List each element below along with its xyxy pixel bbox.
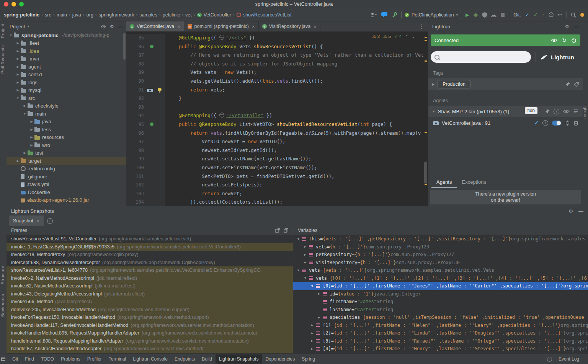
frame-row[interactable]: invoke:566, Method(java.lang.reflect) (7, 298, 293, 306)
editor-scroll-thumb[interactable] (424, 162, 427, 184)
statusbar-dependencies[interactable]: Dependencies (262, 354, 298, 364)
breadcrumb-item-showresourcesvetlist[interactable]: showResourcesVetList (243, 12, 291, 18)
chevron-right-icon[interactable]: ▶ (309, 347, 315, 351)
tree-item-checkstyle[interactable]: ▶checkstyle (7, 102, 126, 110)
visibility-eye-icon[interactable] (551, 38, 557, 42)
statusbar-build[interactable]: Build (198, 354, 216, 364)
line-number[interactable]: 94 (126, 111, 146, 120)
line-number[interactable]: 87 (126, 51, 146, 60)
info-icon[interactable]: i (47, 218, 53, 224)
update-available-icon[interactable] (580, 13, 584, 17)
goto-source-crosshair-icon[interactable] (565, 121, 570, 126)
close-tab-icon[interactable]: × (252, 24, 255, 29)
variable-row[interactable]: ▶[3] = {id : '[...]' ,firstName : '"Rafa… (293, 337, 588, 345)
code-text[interactable]: VetDTO newVet = new VetDTO(); (165, 137, 286, 146)
run-button[interactable]: ▶ (466, 13, 469, 17)
frame-row[interactable]: invoke:-1, FastClassBySpringCGLIB$$57903… (7, 243, 293, 251)
frame-row[interactable]: showResourcesVetList:-1, fe604778(org.sp… (7, 266, 293, 274)
variable-row[interactable]: firstName = "James" String (293, 298, 588, 306)
chevron-down-icon[interactable]: ▼ (15, 96, 21, 100)
breadcrumb-item-spring-petclinic[interactable]: spring-petclinic (4, 12, 39, 18)
profiler-button[interactable] (491, 12, 497, 17)
line-number[interactable]: 101 (126, 172, 146, 181)
panel-hide-icon[interactable]: — (578, 208, 583, 214)
hide-panel-icon[interactable]: — (118, 24, 123, 29)
chevron-right-icon[interactable]: ▶ (29, 144, 34, 147)
chevron-right-icon[interactable]: ▶ (22, 104, 28, 108)
pin-icon[interactable] (545, 109, 550, 114)
chevron-down-icon[interactable]: ▼ (8, 34, 14, 37)
line-number[interactable]: 95 (126, 120, 146, 129)
push-icon[interactable]: ↑ (542, 12, 545, 17)
variable-row[interactable]: ▼[0] = {id : '[...]' ,firstName : '"Jame… (293, 282, 588, 290)
breadcrumb-item-vet[interactable]: vet (185, 12, 192, 18)
debug-button[interactable] (473, 12, 478, 17)
chevron-down-icon[interactable]: ▼ (432, 110, 435, 113)
chevron-right-icon[interactable]: ▶ (302, 253, 308, 256)
statusbar-endpoints[interactable]: Endpoints (171, 354, 198, 364)
tree-item-main[interactable]: ▼main (7, 110, 126, 118)
variable-row[interactable]: ▶specialties = {session : 'null' ,isTemp… (293, 313, 588, 322)
user-menu-icon[interactable] (370, 12, 377, 18)
chevron-right-icon[interactable]: ▶ (22, 151, 28, 155)
stop-button[interactable] (501, 13, 505, 17)
line-number[interactable]: 88 (126, 60, 146, 69)
tree-item-less[interactable]: ▶less (7, 126, 126, 134)
chevron-right-icon[interactable]: ▶ (15, 81, 21, 84)
code-text[interactable]: }).collect(Collectors.toList()); (165, 198, 283, 206)
statusbar-todo[interactable]: TODO (38, 354, 57, 364)
chevron-right-icon[interactable]: ▶ (15, 57, 21, 60)
frame-row[interactable]: intercept:688, DynamicAdvisedInterceptor… (7, 259, 293, 267)
prev-problem-icon[interactable]: ⌃ (405, 34, 408, 39)
tree-item-spring-petclinic[interactable]: ▼spring-petclinic~/dev/projects/spring-p (7, 31, 126, 39)
chevron-down-icon[interactable]: ▼ (309, 284, 315, 288)
line-number[interactable]: 86 (126, 42, 146, 51)
tree-item-elastic-apm-agent-1-26-0-jar[interactable]: elastic-apm-agent-1.26.0.jar (7, 196, 126, 204)
code-text[interactable]: Vets vets = new Vets(); (165, 68, 256, 77)
chevron-right-icon[interactable]: ▶ (302, 261, 308, 264)
line-number[interactable]: 91 (126, 86, 146, 95)
settings-gear-icon[interactable]: ⚙ (109, 24, 114, 29)
code-text[interactable]: } (165, 94, 182, 103)
tag-row[interactable]: ▶ Production (428, 78, 583, 90)
tree-item-travis-yml[interactable]: .travis.yml (7, 181, 126, 189)
tool-stripe-structure[interactable]: Structure (0, 266, 5, 284)
editor-tab-visitrepository-java[interactable]: IVisitRepository.java× (259, 21, 320, 31)
chevron-right-icon[interactable]: ▶ (309, 339, 315, 343)
chevron-right-icon[interactable]: ▶ (316, 292, 322, 295)
tree-item-mvn[interactable]: ▶.mvn (7, 55, 126, 63)
chevron-right-icon[interactable]: ▶ (15, 159, 21, 163)
frame-row[interactable]: showResourcesVetList:91, VetController(o… (7, 235, 293, 243)
panel-settings-gear-icon[interactable]: ⚙ (568, 208, 573, 214)
code-text[interactable]: newVet.setPets(pets); (165, 181, 262, 189)
tool-stripe-bookmarks[interactable]: Bookmarks (0, 294, 5, 317)
breadcrumb-item-vetcontroller[interactable]: VetController (204, 12, 231, 18)
quickfix-bulb-icon[interactable] (158, 88, 162, 91)
breadcrumb-item-samples[interactable]: samples (139, 12, 157, 18)
chevron-down-icon[interactable]: ▼ (22, 112, 28, 116)
copy-stack-icon[interactable] (284, 228, 288, 233)
frame-row[interactable]: invoke:43, DelegatingMethodAccessorImpl(… (7, 290, 293, 298)
tree-item-wro[interactable]: ▶wro (7, 141, 126, 149)
warning-stripe-mark[interactable] (425, 132, 427, 133)
snapshot-enabled-toggle[interactable] (552, 121, 561, 126)
chevron-down-icon[interactable]: ▼ (296, 269, 301, 272)
line-number[interactable]: 85 (126, 34, 146, 42)
chevron-right-icon[interactable]: ▶ (316, 316, 322, 319)
inspections-widget[interactable]: ⚠ 2 ⚠ 5 ✓ 4 ⌃ ⌄ (372, 34, 415, 39)
code-text[interactable]: newVet.setFirstName(vet.getFirstName()); (165, 163, 317, 172)
frame-row[interactable]: invoke0:-2, NativeMethodAccessorImpl(jdk… (7, 274, 293, 282)
frame-row[interactable]: invokeHandlerMethod:895, RequestMappingH… (7, 329, 293, 337)
close-tab-icon[interactable]: × (37, 218, 39, 224)
breadcrumb-item-src[interactable]: src (45, 12, 51, 18)
line-number[interactable]: 89 (126, 68, 146, 77)
frame-row[interactable]: invoke:62, NativeMethodAccessorImpl(jdk.… (7, 282, 293, 290)
lightrun-search-box[interactable] (431, 51, 531, 63)
project-scrollbar[interactable] (123, 33, 126, 60)
code-text[interactable]: newVet.setLastName(vet.getLastName()); (165, 155, 311, 163)
chevron-right-icon[interactable]: ▶ (29, 128, 34, 131)
code-text[interactable]: @GetMapping({ "/vetDetails" }) (165, 111, 272, 120)
chevron-right-icon[interactable]: ▶ (15, 88, 21, 92)
agent-row[interactable]: ▼ Shais-MBP-2.lan (pid 10553) (1) tion i (428, 106, 583, 117)
ai-chat-icon[interactable] (381, 12, 387, 18)
